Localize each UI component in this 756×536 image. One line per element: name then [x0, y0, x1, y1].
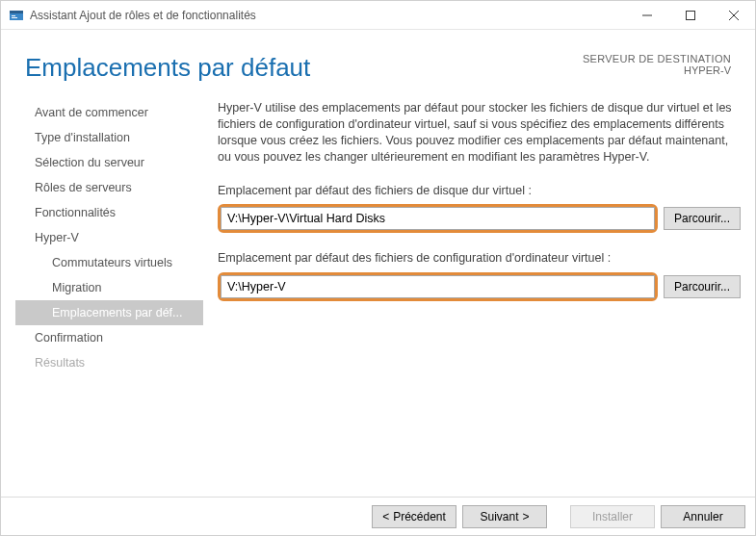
svg-rect-3 [12, 17, 17, 18]
destination-value: HYPER-V [583, 64, 731, 76]
previous-label: Précédent [393, 510, 446, 523]
step-features[interactable]: Fonctionnalités [15, 200, 203, 225]
step-installation-type[interactable]: Type d'installation [15, 125, 203, 150]
vm-path-input[interactable] [221, 275, 655, 298]
wizard-window: Assistant Ajout de rôles et de fonctionn… [0, 0, 756, 536]
wizard-steps-sidebar: Avant de commencer Type d'installation S… [15, 96, 203, 497]
svg-rect-4 [686, 11, 694, 19]
vhd-browse-button[interactable]: Parcourir... [664, 207, 741, 230]
vm-path-highlight [218, 272, 658, 301]
page-header: Emplacements par défaut SERVEUR DE DESTI… [15, 30, 741, 83]
step-migration[interactable]: Migration [15, 275, 203, 300]
install-button: Installer [570, 505, 655, 528]
step-server-roles[interactable]: Rôles de serveurs [15, 175, 203, 200]
svg-rect-1 [10, 11, 23, 13]
destination-server-box: SERVEUR DE DESTINATION HYPER-V [583, 53, 731, 76]
intro-text: Hyper-V utilise des emplacements par déf… [218, 100, 741, 166]
vhd-path-label: Emplacement par défaut des fichiers de d… [218, 183, 741, 199]
titlebar: Assistant Ajout de rôles et de fonctionn… [1, 1, 755, 30]
step-virtual-switches[interactable]: Commutateurs virtuels [15, 250, 203, 275]
step-results: Résultats [15, 350, 203, 375]
vhd-path-input[interactable] [221, 207, 655, 230]
destination-label: SERVEUR DE DESTINATION [583, 53, 731, 64]
step-server-selection[interactable]: Sélection du serveur [15, 150, 203, 175]
vm-path-label: Emplacement par défaut des fichiers de c… [218, 250, 741, 267]
svg-rect-2 [12, 15, 15, 16]
wizard-footer: < Précédent Suivant > Installer Annuler [1, 497, 755, 535]
page-title: Emplacements par défaut [25, 53, 583, 83]
page-content: Hyper-V utilise des emplacements par déf… [203, 96, 741, 497]
previous-button[interactable]: < Précédent [372, 505, 456, 528]
chevron-right-icon: > [523, 510, 530, 523]
step-before-you-begin[interactable]: Avant de commencer [15, 100, 203, 125]
vm-browse-button[interactable]: Parcourir... [664, 275, 741, 298]
window-title: Assistant Ajout de rôles et de fonctionn… [30, 9, 625, 22]
step-confirmation[interactable]: Confirmation [15, 325, 203, 350]
next-button[interactable]: Suivant > [462, 505, 547, 528]
maximize-button[interactable] [668, 1, 712, 29]
step-hyper-v[interactable]: Hyper-V [15, 225, 203, 250]
next-label: Suivant [480, 510, 518, 523]
close-button[interactable] [712, 1, 755, 29]
step-default-stores[interactable]: Emplacements par déf... [15, 300, 203, 325]
window-controls [625, 1, 755, 29]
chevron-left-icon: < [382, 510, 389, 523]
cancel-button[interactable]: Annuler [661, 505, 745, 528]
minimize-button[interactable] [625, 1, 668, 29]
vhd-path-highlight [218, 204, 658, 233]
app-icon [9, 8, 24, 23]
